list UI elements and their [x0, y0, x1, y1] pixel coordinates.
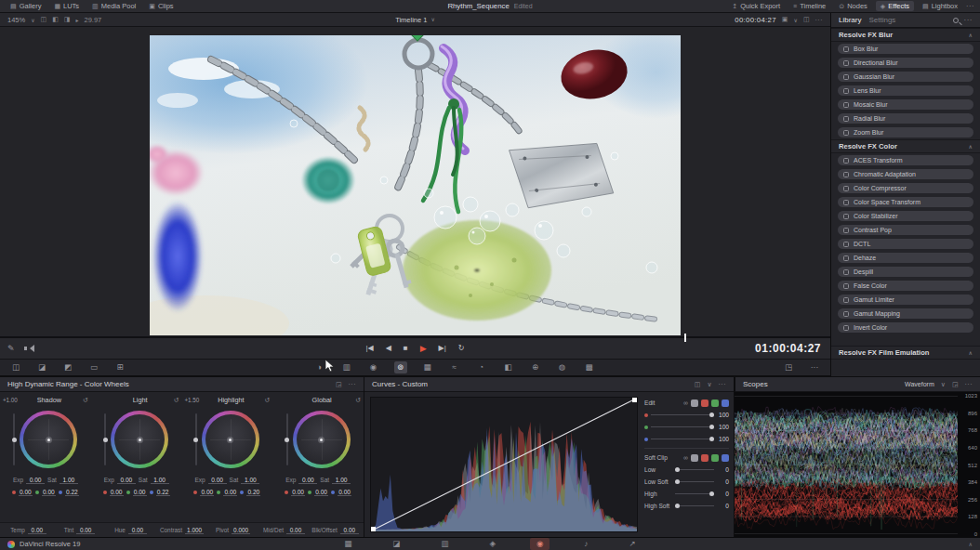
blkoffset-value[interactable]: 0.00	[340, 527, 359, 534]
fx-item-despill[interactable]: Despill	[838, 267, 973, 277]
wheel-reset-icon[interactable]: ↺	[348, 397, 361, 404]
media-pool-button[interactable]: ▥Media Pool	[87, 1, 140, 11]
fx-item-mosaic-blur[interactable]: Mosaic Blur	[838, 99, 973, 110]
clip-b-button[interactable]	[722, 454, 729, 462]
contrast-value[interactable]: 1.000	[185, 527, 204, 534]
low-slider[interactable]	[675, 469, 714, 470]
page-edit-icon[interactable]: ▥	[434, 538, 455, 550]
blue-gain-slider[interactable]	[651, 439, 714, 439]
color-wheels-icon[interactable]: ◉	[367, 361, 380, 373]
link-icon[interactable]: ∞	[683, 399, 688, 406]
g-value[interactable]: 0.00	[133, 489, 147, 496]
low-soft-value[interactable]: 0	[717, 478, 729, 485]
fx-item-gaussian-blur[interactable]: Gaussian Blur	[838, 72, 973, 82]
difference-mode-icon[interactable]: ▭	[87, 361, 100, 373]
section-resolve-fx-blur[interactable]: Resolve FX Blur∧	[831, 28, 980, 42]
power-window-icon[interactable]: ⊕	[529, 361, 542, 373]
low-soft-slider[interactable]	[675, 481, 714, 482]
curve-editor[interactable]	[370, 397, 638, 532]
curves-chevron-icon[interactable]: ∨	[707, 381, 711, 388]
b-value[interactable]: 0.00	[338, 489, 351, 496]
fx-item-box-blur[interactable]: Box Blur	[838, 44, 973, 54]
high-soft-slider[interactable]	[675, 505, 714, 506]
gallery-button[interactable]: ▤Gallery	[6, 1, 46, 11]
fx-item-gamut-limiter[interactable]: Gamut Limiter	[838, 295, 973, 305]
keyframes-icon[interactable]: ◳	[782, 361, 795, 373]
fx-item-dehaze[interactable]: Dehaze	[838, 253, 973, 263]
step-forward-button[interactable]: ▶|	[439, 344, 446, 352]
exp-value[interactable]: 0.00	[298, 477, 317, 484]
shadow-color-wheel[interactable]	[20, 411, 77, 468]
curves-tool-icon[interactable]: ◔	[475, 361, 488, 373]
exposure-slider[interactable]	[286, 413, 288, 465]
page-media-icon[interactable]: ▦	[338, 538, 358, 550]
fx-item-radial-blur[interactable]: Radial Blur	[838, 113, 973, 124]
timeline-chevron-icon[interactable]: ∨	[430, 16, 434, 24]
fx-item-gamut-mapping[interactable]: Gamut Mapping	[838, 308, 973, 319]
channel-r-button[interactable]	[701, 399, 709, 407]
collapse-icon[interactable]: ∧	[969, 32, 973, 38]
camera-icon[interactable]: ▣	[782, 16, 788, 23]
zoom-level[interactable]: 145%	[7, 16, 25, 24]
g-value[interactable]: 0.00	[42, 489, 56, 496]
viewer-timecode[interactable]: 00:00:04:27	[735, 16, 776, 24]
pivot-value[interactable]: 0.000	[232, 527, 250, 534]
scope-menu-icon[interactable]: ···	[965, 381, 973, 387]
sat-value[interactable]: 1.00	[332, 477, 351, 484]
fx-item-chromatic-adaptation[interactable]: Chromatic Adaptation	[838, 169, 973, 179]
overflow-menu-icon[interactable]: ···	[966, 2, 974, 10]
clips-button[interactable]: ▣Clips	[144, 1, 178, 11]
r-value[interactable]: 0.00	[19, 489, 33, 496]
low-value[interactable]: 0	[717, 466, 729, 473]
tracker-icon[interactable]: ◍	[556, 361, 569, 373]
green-gain-slider[interactable]	[651, 426, 714, 427]
quick-export-button[interactable]: ↥Quick Export	[727, 1, 785, 11]
exposure-slider[interactable]	[104, 413, 106, 465]
zoom-chevron-icon[interactable]: ∨	[31, 17, 34, 23]
split-mode-icon[interactable]: ◪	[35, 361, 48, 373]
fx-item-dctl[interactable]: DCTL	[838, 239, 973, 249]
effects-button[interactable]: ◈Effects	[876, 1, 914, 11]
exp-value[interactable]: 0.00	[26, 477, 45, 484]
scope-expand-icon[interactable]: ◲	[952, 381, 959, 388]
page-cut-icon[interactable]: ◪	[386, 538, 406, 550]
fx-item-zoom-blur[interactable]: Zoom Blur	[838, 127, 973, 138]
page-deliver-icon[interactable]: ↗	[623, 538, 642, 550]
high-soft-value[interactable]: 0	[717, 503, 729, 509]
fx-item-color-compressor[interactable]: Color Compressor	[838, 183, 973, 193]
tab-settings[interactable]: Settings	[868, 16, 895, 24]
channel-y-button[interactable]	[691, 399, 698, 407]
hdr-wheels-icon[interactable]: ⊚	[394, 361, 407, 373]
highlight-color-wheel[interactable]	[202, 411, 259, 468]
highlight-mode-icon[interactable]: ◩	[61, 361, 74, 373]
wheel-reset-icon[interactable]: ↺	[75, 397, 88, 404]
fx-item-invert-color[interactable]: Invert Color	[838, 322, 973, 333]
r-value[interactable]: 0.00	[200, 489, 214, 496]
scope-mode-selector[interactable]: Waveform	[905, 381, 934, 387]
temp-value[interactable]: 0.00	[28, 527, 46, 534]
rgb-mixer-icon[interactable]: ▦	[421, 361, 434, 373]
lightbox-button[interactable]: ▤Lightbox	[918, 1, 962, 11]
image-wipe-icon[interactable]: ◧	[52, 16, 59, 23]
high-slider[interactable]	[675, 493, 714, 494]
wheel-reset-icon[interactable]: ↺	[257, 397, 270, 404]
reference-mode-icon[interactable]: ⊞	[113, 361, 126, 373]
exp-value[interactable]: 0.00	[208, 477, 227, 484]
timeline-selector[interactable]: Timeline 1	[395, 16, 427, 24]
page-fusion-icon[interactable]: ◈	[483, 538, 502, 550]
global-color-wheel[interactable]	[293, 411, 351, 468]
blue-gain-value[interactable]: 100	[717, 436, 729, 442]
sat-value[interactable]: 1.00	[60, 477, 78, 484]
fx-item-color-space-transform[interactable]: Color Space Transform	[838, 197, 973, 207]
expand-panel-icon[interactable]: ◲	[336, 381, 342, 388]
library-menu-icon[interactable]: ···	[964, 16, 973, 24]
r-value[interactable]: 0.00	[291, 489, 305, 496]
viewer-menu-icon[interactable]: ···	[815, 17, 824, 23]
fx-item-false-color[interactable]: False Color	[838, 281, 973, 291]
jump-to-start-button[interactable]: |◀	[365, 344, 373, 352]
red-gain-slider[interactable]	[651, 414, 714, 415]
sat-value[interactable]: 1.00	[151, 477, 169, 484]
g-value[interactable]: 0.00	[223, 489, 237, 496]
section-resolve-fx-color[interactable]: Resolve FX Color∧	[831, 139, 980, 153]
red-gain-value[interactable]: 100	[717, 412, 729, 418]
